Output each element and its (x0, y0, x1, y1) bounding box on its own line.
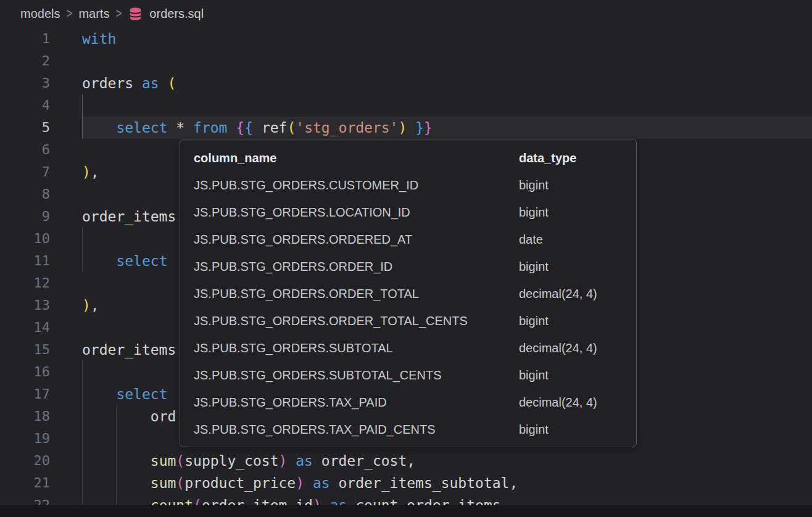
code-text: ord (82, 405, 176, 428)
popup-table-row: JS.PUB.STG_ORDERS.SUBTOTALdecimal(24, 4) (180, 334, 636, 362)
popup-header-row: column_name data_type (180, 144, 636, 172)
bottom-panel-edge (0, 505, 812, 517)
column-info-popup: column_name data_type JS.PUB.STG_ORDERS.… (180, 139, 637, 447)
line-number: 5 (0, 117, 50, 139)
breadcrumb: models > marts > orders.sql (0, 0, 812, 28)
indent-guide (82, 428, 83, 450)
popup-table-row: JS.PUB.STG_ORDERS.LOCATION_IDbigint (180, 199, 636, 226)
code-line[interactable]: 3orders as ( (0, 72, 812, 94)
popup-data-type: decimal(24, 4) (519, 341, 628, 355)
popup-header-data-type: data_type (519, 151, 628, 165)
indent-guide (82, 361, 83, 383)
line-number: 11 (0, 250, 50, 272)
line-number: 21 (0, 472, 50, 494)
line-number: 10 (0, 228, 50, 250)
popup-column-name: JS.PUB.STG_ORDERS.ORDER_TOTAL_CENTS (194, 314, 519, 328)
indent-guide (82, 94, 83, 117)
code-text: order_items (82, 339, 176, 361)
chevron-right-icon: > (66, 6, 72, 22)
popup-table-row: JS.PUB.STG_ORDERS.ORDER_TOTAL_CENTSbigin… (180, 307, 636, 334)
line-number: 1 (0, 28, 50, 50)
line-number: 2 (0, 50, 50, 72)
popup-data-type: bigint (519, 205, 628, 220)
popup-column-name: JS.PUB.STG_ORDERS.CUSTOMER_ID (194, 178, 519, 192)
code-text: orders as ( (82, 72, 176, 94)
popup-table-row: JS.PUB.STG_ORDERS.ORDER_IDbigint (180, 253, 636, 280)
code-text: ), (82, 294, 99, 316)
breadcrumb-item-marts[interactable]: marts (78, 7, 109, 21)
code-text: select (82, 383, 167, 405)
line-number: 16 (0, 361, 50, 383)
popup-column-name: JS.PUB.STG_ORDERS.SUBTOTAL (194, 341, 519, 355)
code-text: sum(supply_cost) as order_cost, (82, 450, 415, 472)
code-line[interactable]: 1with (0, 28, 812, 50)
popup-table-row: JS.PUB.STG_ORDERS.SUBTOTAL_CENTSbigint (180, 362, 636, 389)
chevron-right-icon: > (115, 6, 122, 22)
code-line[interactable]: 20 sum(supply_cost) as order_cost, (0, 450, 812, 472)
popup-data-type: decimal(24, 4) (519, 395, 628, 410)
line-number: 14 (0, 316, 50, 339)
line-number: 18 (0, 405, 50, 428)
code-text: ), (82, 161, 99, 183)
popup-data-type: bigint (519, 423, 628, 437)
popup-column-name: JS.PUB.STG_ORDERS.ORDER_TOTAL (194, 287, 519, 301)
code-line[interactable]: 5 select * from {{ ref('stg_orders') }} (0, 117, 812, 139)
code-text: select (82, 250, 167, 272)
popup-data-type: decimal(24, 4) (519, 287, 628, 301)
line-number: 8 (0, 183, 50, 205)
breadcrumb-item-file[interactable]: orders.sql (149, 7, 204, 21)
popup-table-row: JS.PUB.STG_ORDERS.ORDER_TOTALdecimal(24,… (180, 280, 636, 307)
database-icon (128, 7, 143, 21)
line-number: 6 (0, 139, 50, 161)
popup-data-type: date (519, 233, 628, 247)
line-number: 7 (0, 161, 50, 183)
indent-guide (82, 228, 83, 250)
popup-table-row: JS.PUB.STG_ORDERS.ORDERED_ATdate (180, 226, 636, 253)
popup-column-name: JS.PUB.STG_ORDERS.ORDER_ID (194, 260, 519, 274)
code-text: order_items (82, 205, 176, 228)
line-number: 12 (0, 272, 50, 294)
popup-data-type: bigint (519, 314, 628, 328)
popup-data-type: bigint (519, 368, 628, 383)
popup-column-name: JS.PUB.STG_ORDERS.LOCATION_ID (194, 205, 519, 220)
indent-guide (116, 428, 117, 450)
popup-table-row: JS.PUB.STG_ORDERS.TAX_PAIDdecimal(24, 4) (180, 389, 636, 416)
line-number: 9 (0, 205, 50, 228)
popup-data-type: bigint (519, 260, 628, 274)
popup-table-row: JS.PUB.STG_ORDERS.CUSTOMER_IDbigint (180, 172, 636, 199)
line-number: 17 (0, 383, 50, 405)
code-text: select * from {{ ref('stg_orders') }} (82, 117, 433, 139)
popup-column-name: JS.PUB.STG_ORDERS.TAX_PAID (194, 395, 519, 410)
popup-data-type: bigint (519, 178, 628, 192)
popup-table-row: JS.PUB.STG_ORDERS.TAX_PAID_CENTSbigint (180, 416, 636, 443)
code-text: sum(product_price) as order_items_subtot… (82, 472, 518, 494)
line-number: 3 (0, 72, 50, 94)
popup-column-name: JS.PUB.STG_ORDERS.SUBTOTAL_CENTS (194, 368, 519, 383)
code-line[interactable]: 21 sum(product_price) as order_items_sub… (0, 472, 812, 494)
line-number: 13 (0, 294, 50, 316)
popup-header-column-name: column_name (194, 151, 519, 165)
popup-column-name: JS.PUB.STG_ORDERS.TAX_PAID_CENTS (194, 423, 519, 437)
line-number: 4 (0, 94, 50, 117)
code-line[interactable]: 4 (0, 94, 812, 117)
popup-column-name: JS.PUB.STG_ORDERS.ORDERED_AT (194, 233, 519, 247)
line-number: 20 (0, 450, 50, 472)
line-number: 15 (0, 339, 50, 361)
code-line[interactable]: 2 (0, 50, 812, 72)
code-text: with (82, 28, 116, 50)
line-number: 19 (0, 428, 50, 450)
breadcrumb-item-models[interactable]: models (20, 7, 60, 21)
